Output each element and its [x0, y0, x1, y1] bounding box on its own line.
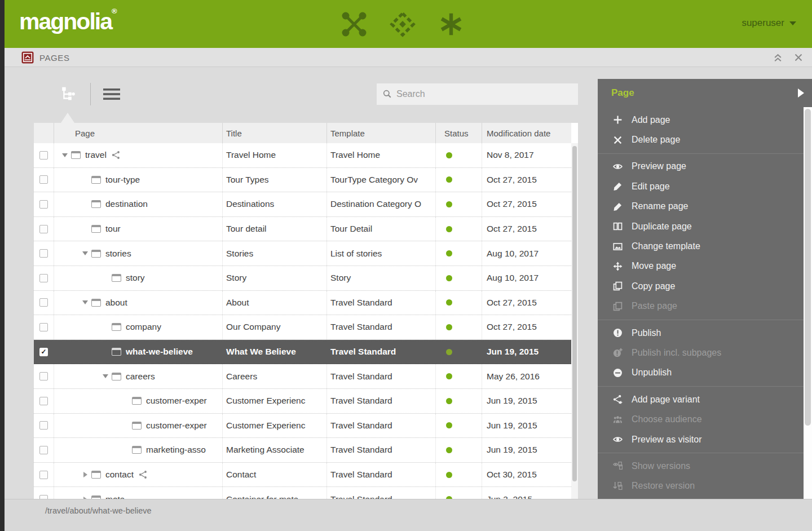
page-title: Contact [223, 463, 327, 487]
row-checkbox[interactable] [39, 446, 48, 454]
row-checkbox-cell [34, 438, 54, 462]
row-checkbox[interactable] [39, 249, 48, 258]
table-row[interactable]: customer-exper Customer Experienc Travel… [34, 414, 571, 439]
table-row[interactable]: marketing-asso Marketing Associate Trave… [34, 438, 571, 463]
row-checkbox[interactable] [39, 471, 48, 479]
action-unpublish[interactable]: Unpublish [598, 363, 804, 383]
favorites-icon[interactable] [437, 10, 465, 38]
expand-arrow-icon[interactable] [79, 300, 91, 304]
page-modification-date: Jun 19, 2015 [482, 438, 571, 462]
row-checkbox-cell [34, 168, 54, 192]
search-input[interactable] [396, 89, 572, 99]
row-checkbox-cell [34, 315, 54, 339]
action-label: Paste page [632, 301, 677, 311]
action-bar-scrollbar [804, 107, 812, 499]
row-checkbox[interactable] [39, 274, 48, 282]
row-checkbox[interactable] [39, 421, 48, 430]
action-duplicate-page[interactable]: Duplicate page [598, 216, 804, 236]
table-row[interactable]: travel Travel Home Travel Home Nov 8, 20… [34, 143, 571, 168]
expand-arrow-icon[interactable] [79, 472, 91, 477]
column-page[interactable]: Page [54, 123, 223, 143]
column-modification-date[interactable]: Modification date [482, 123, 571, 143]
pulse-icon[interactable] [389, 10, 417, 38]
action-publish[interactable]: Publish [598, 323, 804, 343]
page-name: company [126, 322, 161, 332]
table-row[interactable]: company Our Company Travel Standard Oct … [34, 315, 571, 340]
action-add-page[interactable]: Add page [598, 110, 804, 130]
page-template: Travel Standard [327, 487, 436, 499]
action-change-template[interactable]: Change template [598, 236, 804, 256]
table-row[interactable]: destination Destinations Destination Cat… [34, 192, 571, 217]
action-copy-page[interactable]: Copy page [598, 276, 804, 296]
row-checkbox-cell [34, 192, 54, 216]
row-checkbox[interactable] [39, 298, 48, 307]
table-row[interactable]: careers Careers Travel Standard May 26, … [34, 364, 571, 389]
column-status[interactable]: Status [436, 123, 482, 143]
page-status-cell [436, 438, 482, 462]
search-icon [383, 90, 392, 99]
row-checkbox[interactable] [39, 151, 48, 160]
column-template[interactable]: Template [327, 123, 436, 143]
app-launcher-icon[interactable] [340, 10, 368, 38]
action-move-page[interactable]: Move page [598, 256, 804, 276]
action-edit-page[interactable]: Edit page [598, 176, 804, 196]
table-row[interactable]: about About Travel Standard Oct 27, 2015 [34, 291, 571, 316]
row-checkbox[interactable] [39, 495, 48, 499]
tree-view-button[interactable] [58, 82, 80, 106]
magnolia-logo: magnolia® [19, 7, 117, 35]
status-published-icon [446, 447, 452, 453]
row-checkbox[interactable] [39, 372, 48, 380]
close-app-icon[interactable] [794, 53, 803, 62]
row-checkbox[interactable] [39, 225, 48, 233]
action-label: Publish incl. subpages [632, 348, 721, 358]
row-checkbox[interactable] [39, 175, 48, 184]
pencil-icon [612, 182, 623, 192]
table-row[interactable]: contact Contact Travel Standard Oct 30, … [34, 463, 571, 488]
row-checkbox[interactable] [39, 200, 48, 209]
table-row[interactable]: tour-type Tour Types TourType Category O… [34, 168, 571, 193]
action-rename-page[interactable]: Rename page [598, 197, 804, 216]
column-checkbox [34, 123, 54, 143]
page-modification-date: Oct 27, 2015 [482, 168, 571, 192]
table-scrollbar-thumb[interactable] [572, 146, 577, 481]
row-checkbox-cell [34, 364, 54, 388]
action-label: Copy page [632, 281, 675, 291]
page-template: Travel Standard [327, 340, 436, 364]
row-checkbox-cell [34, 266, 54, 290]
action-delete-page[interactable]: Delete page [598, 130, 804, 149]
page-node-icon [112, 323, 121, 331]
row-checkbox-cell [34, 241, 54, 266]
expand-arrow-icon[interactable] [59, 153, 71, 157]
action-label: Restore version [632, 481, 695, 491]
table-row[interactable]: stories Stories List of stories Aug 10, … [34, 241, 571, 266]
expand-arrow-icon[interactable] [79, 251, 91, 255]
row-checkbox[interactable]: ✓ [39, 348, 48, 356]
action-bar-expand-icon[interactable] [798, 88, 804, 98]
row-checkbox[interactable] [39, 397, 48, 405]
table-row[interactable]: meta Container for meta Travel Standard … [34, 487, 571, 499]
page-status-cell [436, 414, 482, 438]
page-name: destination [105, 199, 148, 209]
table-row[interactable]: ✓ what-we-believe What We Believe Travel… [34, 340, 571, 365]
action-add-page-variant[interactable]: Add page variant [598, 390, 804, 409]
tab-pages[interactable]: PAGES [21, 48, 70, 67]
column-title[interactable]: Title [223, 123, 327, 143]
user-menu[interactable]: superuser [742, 17, 796, 29]
action-bar-scrollbar-thumb[interactable] [805, 109, 811, 426]
table-row[interactable]: customer-exper Customer Experienc Travel… [34, 389, 571, 414]
row-checkbox[interactable] [39, 323, 48, 331]
list-view-button[interactable] [100, 82, 123, 106]
status-published-icon [446, 226, 452, 232]
status-published-icon [446, 201, 452, 207]
collapse-app-icon[interactable] [773, 53, 783, 63]
tab-pages-label: PAGES [39, 53, 70, 63]
table-row[interactable]: story Story Story Aug 10, 2017 [34, 266, 571, 291]
page-status-cell [436, 463, 482, 487]
page-title: Customer Experienc [223, 414, 327, 438]
expand-arrow-icon[interactable] [99, 374, 112, 378]
page-modification-date: Oct 27, 2015 [482, 217, 571, 241]
action-preview-page[interactable]: Preview page [598, 157, 804, 176]
table-scrollbar [571, 143, 578, 499]
action-preview-as-visitor[interactable]: Preview as visitor [598, 430, 804, 449]
table-row[interactable]: tour Tour detail Tour Detail Oct 27, 201… [34, 217, 571, 242]
